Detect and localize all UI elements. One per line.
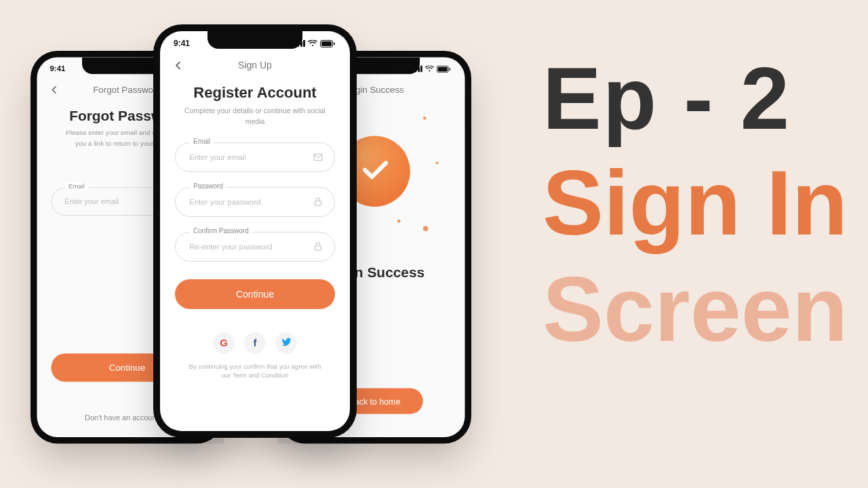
confirm-password-placeholder: Re-enter your password xyxy=(189,243,307,251)
status-time: 9:41 xyxy=(174,39,190,48)
email-placeholder: Enter your email xyxy=(189,153,307,161)
confirm-password-field[interactable]: Confirm Password Re-enter your password xyxy=(175,232,335,262)
page-title: Register Account xyxy=(175,84,335,102)
banner-line-1: Ep - 2 xyxy=(542,54,848,142)
password-label: Password xyxy=(190,182,226,190)
banner: Ep - 2 Sign In Screen xyxy=(542,54,848,355)
email-label: Email xyxy=(190,138,214,145)
banner-line-3: Screen xyxy=(542,264,848,355)
facebook-icon: f xyxy=(254,337,257,348)
svg-rect-12 xyxy=(315,245,321,250)
svg-rect-8 xyxy=(321,41,332,46)
email-field[interactable]: Email Enter your email xyxy=(175,142,335,172)
social-row: G f xyxy=(175,332,335,354)
lock-icon xyxy=(313,197,323,207)
mail-icon xyxy=(313,152,323,163)
google-icon: G xyxy=(220,337,228,348)
svg-rect-9 xyxy=(334,42,335,45)
wifi-icon xyxy=(308,40,317,47)
password-field[interactable]: Password Enter your password xyxy=(175,187,335,217)
battery-icon xyxy=(320,40,335,47)
facebook-button[interactable]: f xyxy=(244,332,266,354)
continue-button[interactable]: Continue xyxy=(175,279,335,309)
svg-rect-11 xyxy=(315,201,321,205)
page-subtitle: Complete your details or continue with s… xyxy=(175,106,335,127)
google-button[interactable]: G xyxy=(213,332,235,354)
confirm-password-label: Confirm Password xyxy=(190,227,252,235)
topbar: Sign Up xyxy=(160,56,350,77)
topbar-title: Sign Up xyxy=(238,60,272,70)
terms-text: By continuing your confirm that you agre… xyxy=(175,362,335,382)
password-placeholder: Enter your password xyxy=(189,198,307,206)
lock-icon xyxy=(313,241,323,252)
device-notch xyxy=(208,31,302,49)
svg-rect-10 xyxy=(314,154,322,160)
banner-line-2: Sign In xyxy=(542,157,848,249)
phone-sign-up: 9:41 Sign Up Register Account Complete y… xyxy=(153,24,357,438)
twitter-icon xyxy=(281,337,292,349)
back-button[interactable] xyxy=(174,61,183,70)
twitter-button[interactable] xyxy=(275,332,297,354)
